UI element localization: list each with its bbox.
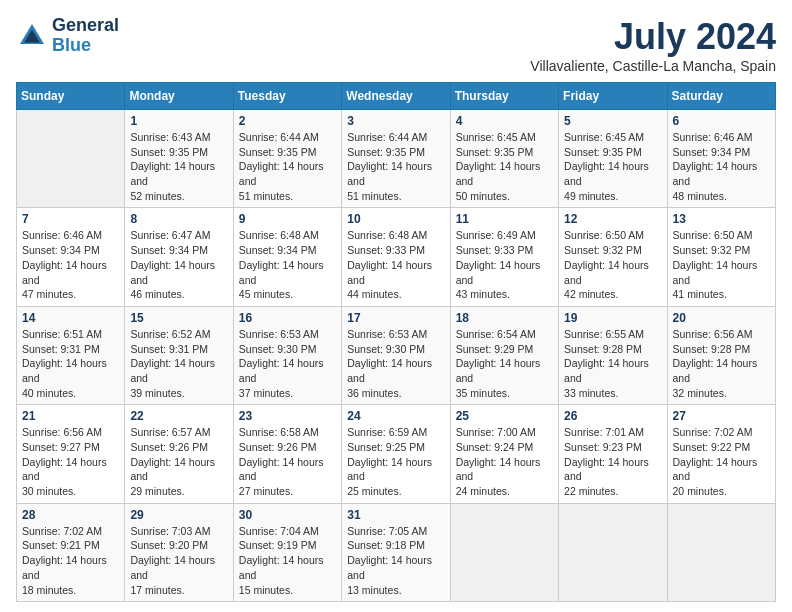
day-detail: Sunrise: 6:47 AMSunset: 9:34 PMDaylight:… — [130, 228, 227, 301]
day-detail: Sunrise: 6:46 AMSunset: 9:34 PMDaylight:… — [22, 228, 119, 301]
calendar-cell: 28Sunrise: 7:02 AMSunset: 9:21 PMDayligh… — [17, 503, 125, 601]
day-number: 10 — [347, 212, 444, 226]
calendar-cell: 26Sunrise: 7:01 AMSunset: 9:23 PMDayligh… — [559, 405, 667, 503]
day-number: 11 — [456, 212, 553, 226]
calendar-cell: 23Sunrise: 6:58 AMSunset: 9:26 PMDayligh… — [233, 405, 341, 503]
day-detail: Sunrise: 6:55 AMSunset: 9:28 PMDaylight:… — [564, 327, 661, 400]
calendar-cell: 9Sunrise: 6:48 AMSunset: 9:34 PMDaylight… — [233, 208, 341, 306]
calendar-cell: 25Sunrise: 7:00 AMSunset: 9:24 PMDayligh… — [450, 405, 558, 503]
day-detail: Sunrise: 6:43 AMSunset: 9:35 PMDaylight:… — [130, 130, 227, 203]
calendar-cell: 7Sunrise: 6:46 AMSunset: 9:34 PMDaylight… — [17, 208, 125, 306]
calendar-cell: 12Sunrise: 6:50 AMSunset: 9:32 PMDayligh… — [559, 208, 667, 306]
day-number: 26 — [564, 409, 661, 423]
day-detail: Sunrise: 6:56 AMSunset: 9:28 PMDaylight:… — [673, 327, 770, 400]
day-detail: Sunrise: 6:45 AMSunset: 9:35 PMDaylight:… — [456, 130, 553, 203]
day-detail: Sunrise: 7:04 AMSunset: 9:19 PMDaylight:… — [239, 524, 336, 597]
calendar-cell: 31Sunrise: 7:05 AMSunset: 9:18 PMDayligh… — [342, 503, 450, 601]
calendar-cell: 18Sunrise: 6:54 AMSunset: 9:29 PMDayligh… — [450, 306, 558, 404]
calendar-header: SundayMondayTuesdayWednesdayThursdayFrid… — [17, 83, 776, 110]
day-number: 3 — [347, 114, 444, 128]
day-number: 28 — [22, 508, 119, 522]
calendar-cell: 5Sunrise: 6:45 AMSunset: 9:35 PMDaylight… — [559, 110, 667, 208]
calendar-week-2: 7Sunrise: 6:46 AMSunset: 9:34 PMDaylight… — [17, 208, 776, 306]
day-detail: Sunrise: 6:56 AMSunset: 9:27 PMDaylight:… — [22, 425, 119, 498]
calendar-cell: 6Sunrise: 6:46 AMSunset: 9:34 PMDaylight… — [667, 110, 775, 208]
calendar-cell: 27Sunrise: 7:02 AMSunset: 9:22 PMDayligh… — [667, 405, 775, 503]
calendar-cell — [559, 503, 667, 601]
day-number: 20 — [673, 311, 770, 325]
calendar-week-5: 28Sunrise: 7:02 AMSunset: 9:21 PMDayligh… — [17, 503, 776, 601]
page-header: General Blue July 2024 Villavaliente, Ca… — [16, 16, 776, 74]
calendar-cell — [667, 503, 775, 601]
calendar-cell: 8Sunrise: 6:47 AMSunset: 9:34 PMDaylight… — [125, 208, 233, 306]
calendar-week-1: 1Sunrise: 6:43 AMSunset: 9:35 PMDaylight… — [17, 110, 776, 208]
weekday-header-tuesday: Tuesday — [233, 83, 341, 110]
calendar-cell: 30Sunrise: 7:04 AMSunset: 9:19 PMDayligh… — [233, 503, 341, 601]
logo-line2: Blue — [52, 36, 119, 56]
calendar-cell: 29Sunrise: 7:03 AMSunset: 9:20 PMDayligh… — [125, 503, 233, 601]
day-number: 19 — [564, 311, 661, 325]
calendar-cell: 20Sunrise: 6:56 AMSunset: 9:28 PMDayligh… — [667, 306, 775, 404]
day-number: 30 — [239, 508, 336, 522]
day-detail: Sunrise: 6:44 AMSunset: 9:35 PMDaylight:… — [347, 130, 444, 203]
calendar-cell: 4Sunrise: 6:45 AMSunset: 9:35 PMDaylight… — [450, 110, 558, 208]
day-number: 18 — [456, 311, 553, 325]
weekday-header-thursday: Thursday — [450, 83, 558, 110]
day-number: 5 — [564, 114, 661, 128]
calendar-cell: 2Sunrise: 6:44 AMSunset: 9:35 PMDaylight… — [233, 110, 341, 208]
day-detail: Sunrise: 6:50 AMSunset: 9:32 PMDaylight:… — [673, 228, 770, 301]
logo-icon — [16, 20, 48, 52]
weekday-header-row: SundayMondayTuesdayWednesdayThursdayFrid… — [17, 83, 776, 110]
calendar-cell: 11Sunrise: 6:49 AMSunset: 9:33 PMDayligh… — [450, 208, 558, 306]
calendar-cell: 19Sunrise: 6:55 AMSunset: 9:28 PMDayligh… — [559, 306, 667, 404]
month-title: July 2024 — [530, 16, 776, 58]
weekday-header-monday: Monday — [125, 83, 233, 110]
day-number: 13 — [673, 212, 770, 226]
calendar-table: SundayMondayTuesdayWednesdayThursdayFrid… — [16, 82, 776, 602]
day-number: 25 — [456, 409, 553, 423]
day-number: 27 — [673, 409, 770, 423]
day-detail: Sunrise: 6:59 AMSunset: 9:25 PMDaylight:… — [347, 425, 444, 498]
calendar-cell: 17Sunrise: 6:53 AMSunset: 9:30 PMDayligh… — [342, 306, 450, 404]
logo-line1: General — [52, 16, 119, 36]
weekday-header-wednesday: Wednesday — [342, 83, 450, 110]
day-detail: Sunrise: 6:52 AMSunset: 9:31 PMDaylight:… — [130, 327, 227, 400]
calendar-cell: 1Sunrise: 6:43 AMSunset: 9:35 PMDaylight… — [125, 110, 233, 208]
day-number: 8 — [130, 212, 227, 226]
day-number: 9 — [239, 212, 336, 226]
day-detail: Sunrise: 6:54 AMSunset: 9:29 PMDaylight:… — [456, 327, 553, 400]
day-detail: Sunrise: 6:46 AMSunset: 9:34 PMDaylight:… — [673, 130, 770, 203]
day-number: 21 — [22, 409, 119, 423]
day-detail: Sunrise: 6:48 AMSunset: 9:34 PMDaylight:… — [239, 228, 336, 301]
calendar-cell: 14Sunrise: 6:51 AMSunset: 9:31 PMDayligh… — [17, 306, 125, 404]
calendar-week-4: 21Sunrise: 6:56 AMSunset: 9:27 PMDayligh… — [17, 405, 776, 503]
calendar-cell: 16Sunrise: 6:53 AMSunset: 9:30 PMDayligh… — [233, 306, 341, 404]
weekday-header-sunday: Sunday — [17, 83, 125, 110]
day-number: 2 — [239, 114, 336, 128]
day-detail: Sunrise: 7:02 AMSunset: 9:22 PMDaylight:… — [673, 425, 770, 498]
calendar-week-3: 14Sunrise: 6:51 AMSunset: 9:31 PMDayligh… — [17, 306, 776, 404]
day-number: 16 — [239, 311, 336, 325]
calendar-cell: 21Sunrise: 6:56 AMSunset: 9:27 PMDayligh… — [17, 405, 125, 503]
day-number: 14 — [22, 311, 119, 325]
day-detail: Sunrise: 6:57 AMSunset: 9:26 PMDaylight:… — [130, 425, 227, 498]
day-detail: Sunrise: 6:45 AMSunset: 9:35 PMDaylight:… — [564, 130, 661, 203]
day-number: 17 — [347, 311, 444, 325]
calendar-cell: 24Sunrise: 6:59 AMSunset: 9:25 PMDayligh… — [342, 405, 450, 503]
location: Villavaliente, Castille-La Mancha, Spain — [530, 58, 776, 74]
calendar-cell: 13Sunrise: 6:50 AMSunset: 9:32 PMDayligh… — [667, 208, 775, 306]
day-detail: Sunrise: 6:51 AMSunset: 9:31 PMDaylight:… — [22, 327, 119, 400]
day-number: 24 — [347, 409, 444, 423]
calendar-cell: 22Sunrise: 6:57 AMSunset: 9:26 PMDayligh… — [125, 405, 233, 503]
calendar-body: 1Sunrise: 6:43 AMSunset: 9:35 PMDaylight… — [17, 110, 776, 602]
day-detail: Sunrise: 6:58 AMSunset: 9:26 PMDaylight:… — [239, 425, 336, 498]
day-detail: Sunrise: 7:02 AMSunset: 9:21 PMDaylight:… — [22, 524, 119, 597]
day-number: 7 — [22, 212, 119, 226]
day-detail: Sunrise: 6:53 AMSunset: 9:30 PMDaylight:… — [239, 327, 336, 400]
day-number: 29 — [130, 508, 227, 522]
calendar-cell — [450, 503, 558, 601]
day-detail: Sunrise: 7:05 AMSunset: 9:18 PMDaylight:… — [347, 524, 444, 597]
day-number: 12 — [564, 212, 661, 226]
calendar-cell: 10Sunrise: 6:48 AMSunset: 9:33 PMDayligh… — [342, 208, 450, 306]
day-number: 6 — [673, 114, 770, 128]
